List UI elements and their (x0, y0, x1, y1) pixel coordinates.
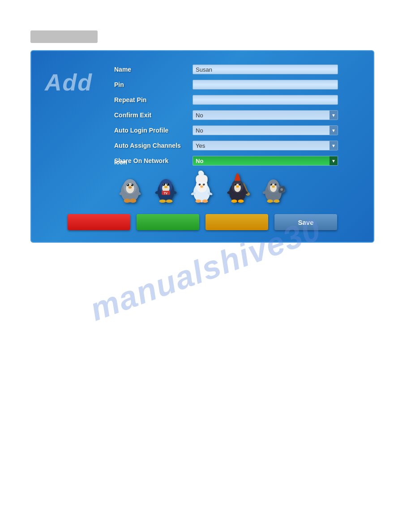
icon-option-5[interactable] (257, 169, 289, 205)
repeat-pin-row: Repeat Pin (114, 94, 338, 106)
svg-point-42 (238, 183, 240, 185)
svg-text:TV: TV (163, 192, 167, 195)
svg-point-29 (198, 183, 201, 185)
confirm-exit-label: Confirm Exit (114, 112, 193, 119)
confirm-exit-select[interactable]: No ▼ (193, 110, 338, 120)
auto-login-arrow[interactable]: ▼ (330, 126, 338, 135)
svg-point-33 (200, 185, 203, 188)
svg-point-3 (127, 184, 129, 186)
main-panel: Add Name Pin Repeat Pin Confirm Exit No … (30, 50, 374, 243)
svg-point-31 (199, 184, 199, 184)
svg-point-50 (231, 199, 237, 202)
svg-point-15 (163, 183, 165, 186)
share-network-arrow[interactable]: ▼ (330, 156, 338, 165)
svg-point-24 (159, 199, 166, 202)
svg-point-32 (203, 184, 203, 184)
auto-login-select[interactable]: No ▼ (193, 125, 338, 135)
svg-point-7 (128, 186, 131, 189)
icon-section: Icon (114, 159, 289, 205)
auto-login-value: No (196, 127, 203, 134)
yellow-button[interactable] (206, 214, 268, 230)
svg-point-41 (234, 183, 236, 185)
svg-point-5 (127, 184, 128, 185)
svg-point-18 (167, 184, 168, 184)
svg-point-10 (124, 198, 130, 202)
auto-assign-arrow[interactable]: ▼ (330, 141, 338, 150)
svg-point-58 (274, 184, 275, 184)
icon-row: TV (114, 169, 289, 205)
svg-point-44 (239, 184, 239, 184)
svg-point-6 (131, 184, 132, 185)
svg-point-51 (238, 199, 244, 202)
confirm-exit-value: No (196, 112, 203, 119)
repeat-pin-input[interactable] (193, 95, 338, 105)
svg-point-45 (236, 185, 239, 188)
svg-point-4 (131, 184, 133, 186)
svg-point-56 (274, 183, 276, 185)
icon-option-2[interactable]: TV (150, 169, 181, 205)
icon-label: Icon (114, 159, 289, 166)
pin-input[interactable] (193, 80, 338, 90)
bottom-buttons: Save (68, 214, 337, 230)
auto-assign-value: Yes (196, 142, 205, 149)
icon-option-4[interactable] (222, 169, 253, 205)
icon-option-1[interactable] (114, 169, 146, 205)
pin-row: Pin (114, 79, 338, 90)
svg-point-30 (202, 183, 205, 185)
top-bar (30, 30, 98, 43)
svg-point-11 (129, 198, 136, 202)
name-input[interactable] (193, 64, 338, 74)
save-button[interactable]: Save (274, 214, 337, 230)
svg-point-57 (270, 184, 271, 184)
auto-login-row: Auto Login Profile No ▼ (114, 124, 338, 136)
svg-point-65 (267, 199, 273, 202)
svg-point-66 (274, 199, 279, 202)
svg-point-37 (202, 199, 208, 202)
icon-option-3[interactable] (186, 169, 217, 205)
pin-label: Pin (114, 81, 193, 88)
auto-assign-row: Auto Assign Channels Yes ▼ (114, 140, 338, 151)
svg-point-16 (167, 183, 169, 186)
svg-point-25 (166, 199, 172, 202)
svg-point-43 (235, 184, 235, 184)
svg-point-59 (272, 185, 275, 188)
svg-point-19 (164, 186, 167, 188)
form-area: Name Pin Repeat Pin Confirm Exit No ▼ Au… (114, 64, 338, 170)
green-button[interactable] (137, 214, 199, 230)
auto-assign-select[interactable]: Yes ▼ (193, 141, 338, 150)
svg-point-36 (195, 199, 201, 202)
svg-point-63 (280, 188, 283, 191)
repeat-pin-label: Repeat Pin (114, 96, 193, 103)
auto-login-label: Auto Login Profile (114, 127, 193, 134)
svg-point-17 (163, 184, 164, 184)
confirm-exit-row: Confirm Exit No ▼ (114, 109, 338, 121)
name-row: Name (114, 64, 338, 75)
add-title: Add (45, 69, 93, 96)
name-label: Name (114, 66, 193, 73)
red-button[interactable] (68, 214, 130, 230)
auto-assign-label: Auto Assign Channels (114, 142, 193, 149)
confirm-exit-arrow[interactable]: ▼ (330, 111, 338, 120)
svg-point-55 (270, 183, 272, 185)
